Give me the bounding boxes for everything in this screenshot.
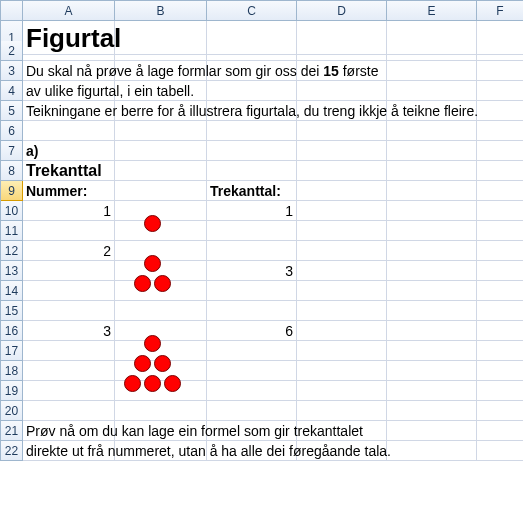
cell-A13[interactable] bbox=[23, 261, 115, 281]
cell-B7[interactable] bbox=[115, 141, 207, 161]
cell-E6[interactable] bbox=[387, 121, 477, 141]
row-header-15[interactable]: 15 bbox=[1, 301, 23, 321]
cell-F7[interactable] bbox=[477, 141, 523, 161]
cell-C2[interactable] bbox=[207, 41, 297, 61]
cell-C4[interactable] bbox=[207, 81, 297, 101]
cell-E4[interactable] bbox=[387, 81, 477, 101]
cell-C12[interactable] bbox=[207, 241, 297, 261]
cell-A7[interactable]: a) bbox=[23, 141, 115, 161]
row-header-20[interactable]: 20 bbox=[1, 401, 23, 421]
cell-A3[interactable]: Du skal nå prøve å lage formlar som gir … bbox=[23, 61, 115, 81]
cell-A17[interactable] bbox=[23, 341, 115, 361]
row-header-4[interactable]: 4 bbox=[1, 81, 23, 101]
cell-D17[interactable] bbox=[297, 341, 387, 361]
row-header-3[interactable]: 3 bbox=[1, 61, 23, 81]
cell-F10[interactable] bbox=[477, 201, 523, 221]
cell-E21[interactable] bbox=[387, 421, 477, 441]
cell-E20[interactable] bbox=[387, 401, 477, 421]
cell-B13[interactable] bbox=[115, 261, 207, 281]
cell-F15[interactable] bbox=[477, 301, 523, 321]
cell-B20[interactable] bbox=[115, 401, 207, 421]
cell-D20[interactable] bbox=[297, 401, 387, 421]
cell-A11[interactable] bbox=[23, 221, 115, 241]
cell-E8[interactable] bbox=[387, 161, 477, 181]
cell-E15[interactable] bbox=[387, 301, 477, 321]
cell-B2[interactable] bbox=[115, 41, 207, 61]
row-header-18[interactable]: 18 bbox=[1, 361, 23, 381]
cell-A16[interactable]: 3 bbox=[23, 321, 115, 341]
cell-F12[interactable] bbox=[477, 241, 523, 261]
cell-D2[interactable] bbox=[297, 41, 387, 61]
cell-C19[interactable] bbox=[207, 381, 297, 401]
cell-F5[interactable] bbox=[477, 101, 523, 121]
select-all-corner[interactable] bbox=[1, 1, 23, 21]
row-header-10[interactable]: 10 bbox=[1, 201, 23, 221]
cell-F8[interactable] bbox=[477, 161, 523, 181]
cell-E2[interactable] bbox=[387, 41, 477, 61]
cell-E9[interactable] bbox=[387, 181, 477, 201]
row-header-19[interactable]: 19 bbox=[1, 381, 23, 401]
cell-F13[interactable] bbox=[477, 261, 523, 281]
cell-C10[interactable]: 1 bbox=[207, 201, 297, 221]
cell-E7[interactable] bbox=[387, 141, 477, 161]
cell-E22[interactable] bbox=[387, 441, 477, 461]
cell-E18[interactable] bbox=[387, 361, 477, 381]
cell-A4[interactable]: av ulike figurtal, i ein tabell. bbox=[23, 81, 115, 101]
cell-D10[interactable] bbox=[297, 201, 387, 221]
cell-B17[interactable] bbox=[115, 341, 207, 361]
cell-A15[interactable] bbox=[23, 301, 115, 321]
row-header-16[interactable]: 16 bbox=[1, 321, 23, 341]
cell-F3[interactable] bbox=[477, 61, 523, 81]
cell-D7[interactable] bbox=[297, 141, 387, 161]
cell-D19[interactable] bbox=[297, 381, 387, 401]
cell-B6[interactable] bbox=[115, 121, 207, 141]
cell-D11[interactable] bbox=[297, 221, 387, 241]
cell-D6[interactable] bbox=[297, 121, 387, 141]
cell-F6[interactable] bbox=[477, 121, 523, 141]
row-header-2[interactable]: 2 bbox=[1, 41, 23, 61]
row-header-21[interactable]: 21 bbox=[1, 421, 23, 441]
cell-C6[interactable] bbox=[207, 121, 297, 141]
row-header-6[interactable]: 6 bbox=[1, 121, 23, 141]
col-header-E[interactable]: E bbox=[387, 1, 477, 21]
row-header-14[interactable]: 14 bbox=[1, 281, 23, 301]
row-header-5[interactable]: 5 bbox=[1, 101, 23, 121]
cell-D18[interactable] bbox=[297, 361, 387, 381]
cell-F9[interactable] bbox=[477, 181, 523, 201]
col-header-D[interactable]: D bbox=[297, 1, 387, 21]
cell-F4[interactable] bbox=[477, 81, 523, 101]
cell-C11[interactable] bbox=[207, 221, 297, 241]
cell-D9[interactable] bbox=[297, 181, 387, 201]
cell-B14[interactable] bbox=[115, 281, 207, 301]
row-header-13[interactable]: 13 bbox=[1, 261, 23, 281]
row-header-22[interactable]: 22 bbox=[1, 441, 23, 461]
cell-A5[interactable]: Teikningane er berre for å illustrera fi… bbox=[23, 101, 115, 121]
cell-F16[interactable] bbox=[477, 321, 523, 341]
cell-F18[interactable] bbox=[477, 361, 523, 381]
cell-B9[interactable] bbox=[115, 181, 207, 201]
cell-B19[interactable] bbox=[115, 381, 207, 401]
cell-F2[interactable] bbox=[477, 41, 523, 61]
cell-A9[interactable]: Nummer: bbox=[23, 181, 115, 201]
cell-C17[interactable] bbox=[207, 341, 297, 361]
cell-D16[interactable] bbox=[297, 321, 387, 341]
cell-D12[interactable] bbox=[297, 241, 387, 261]
cell-B8[interactable] bbox=[115, 161, 207, 181]
cell-B12[interactable] bbox=[115, 241, 207, 261]
row-header-7[interactable]: 7 bbox=[1, 141, 23, 161]
cell-F19[interactable] bbox=[477, 381, 523, 401]
row-header-11[interactable]: 11 bbox=[1, 221, 23, 241]
cell-C14[interactable] bbox=[207, 281, 297, 301]
cell-E16[interactable] bbox=[387, 321, 477, 341]
cell-B16[interactable] bbox=[115, 321, 207, 341]
cell-A1[interactable]: Figurtal bbox=[23, 21, 115, 55]
cell-C20[interactable] bbox=[207, 401, 297, 421]
cell-C18[interactable] bbox=[207, 361, 297, 381]
cell-D13[interactable] bbox=[297, 261, 387, 281]
cell-D14[interactable] bbox=[297, 281, 387, 301]
cell-E17[interactable] bbox=[387, 341, 477, 361]
cell-C9[interactable]: Trekanttal: bbox=[207, 181, 297, 201]
row-header-12[interactable]: 12 bbox=[1, 241, 23, 261]
cell-C7[interactable] bbox=[207, 141, 297, 161]
cell-E14[interactable] bbox=[387, 281, 477, 301]
